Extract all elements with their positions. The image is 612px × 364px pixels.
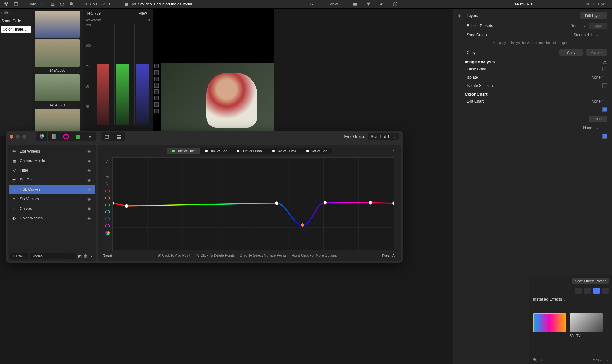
- false-color-checkbox[interactable]: [602, 67, 607, 71]
- tab-hue-vs-luma[interactable]: Hue vs Luma: [232, 148, 267, 154]
- reset-button[interactable]: Reset: [103, 254, 112, 258]
- layer-log-wheels[interactable]: ◎Log Wheels◉: [8, 146, 96, 156]
- sync-group-dropdown[interactable]: Standard 1 ⌃⌄: [573, 33, 599, 37]
- tab-sat-vs-sat[interactable]: Sat vs Sat: [301, 148, 332, 154]
- eye-icon[interactable]: ◉: [87, 206, 92, 211]
- trash-icon[interactable]: 🗑: [84, 254, 88, 259]
- viewer-checkbox[interactable]: [154, 83, 159, 88]
- search-icon[interactable]: [68, 0, 76, 8]
- eye-icon[interactable]: ◉: [87, 187, 92, 192]
- tab-sat-vs-luma[interactable]: Sat vs Luma: [267, 148, 301, 154]
- settings-icon[interactable]: ⚙: [147, 18, 150, 22]
- viewer-checkbox[interactable]: [154, 102, 159, 107]
- curve-graph[interactable]: [112, 157, 394, 251]
- edit-chart-dropdown[interactable]: None ⌃⌄: [591, 99, 607, 103]
- layer-six-vectors[interactable]: ✦Six Vectors◉: [8, 194, 96, 204]
- clip-thumbnail[interactable]: [35, 74, 80, 101]
- volume-icon[interactable]: [378, 0, 386, 8]
- blue-selector[interactable]: [105, 217, 110, 221]
- more-icon[interactable]: ⋮: [603, 33, 607, 37]
- clip-thumbnail[interactable]: [35, 39, 80, 67]
- tool-more-icon[interactable]: »: [84, 132, 96, 141]
- sync-group-dropdown[interactable]: Standard 1 ⌃⌄: [368, 133, 399, 140]
- copy-button[interactable]: Copy: [559, 49, 583, 56]
- info-icon[interactable]: i: [391, 0, 399, 8]
- effects-tab[interactable]: [584, 288, 591, 294]
- effects-tab-active[interactable]: [593, 288, 600, 294]
- hide-label[interactable]: Hide... ⌃⌄: [28, 2, 46, 6]
- view-menu[interactable]: View ⌄: [330, 2, 341, 6]
- text-tool-icon[interactable]: T: [12, 0, 20, 8]
- save-preset-button[interactable]: Save Effects Preset: [572, 278, 609, 284]
- zoom-level[interactable]: 36% ⌄: [309, 2, 320, 6]
- effects-tab[interactable]: [602, 288, 609, 294]
- checkbox[interactable]: [602, 107, 607, 112]
- app-icon[interactable]: [3, 0, 10, 8]
- orange-selector[interactable]: [105, 196, 110, 200]
- more-icon[interactable]: ⋮: [90, 254, 94, 259]
- curves-menu-icon[interactable]: ⋮: [391, 148, 396, 153]
- tool-mask-icon[interactable]: [72, 132, 84, 141]
- viewer-checkbox[interactable]: [154, 109, 159, 113]
- tab-hue-vs-sat[interactable]: Hue vs Sat: [200, 148, 232, 154]
- video-frame[interactable]: [161, 63, 274, 131]
- viewer-checkbox[interactable]: [154, 70, 159, 75]
- blend-select[interactable]: Normal ⌃⌄: [30, 253, 76, 259]
- tool-wheel-icon[interactable]: [60, 132, 72, 141]
- picker-icon[interactable]: ╲: [106, 182, 109, 186]
- layer-shuffle[interactable]: ⇄Shuffle◉: [8, 175, 96, 185]
- more-icon[interactable]: ⋮: [603, 126, 607, 130]
- range-icon[interactable]: [365, 0, 372, 8]
- viewer-checkbox[interactable]: [154, 77, 159, 81]
- close-button[interactable]: [10, 135, 13, 139]
- viewer-checkbox[interactable]: [154, 96, 159, 100]
- layer-filter[interactable]: ▽Filter◉: [8, 166, 96, 175]
- green-selector[interactable]: [105, 203, 110, 207]
- curve-icon[interactable]: ⌒: [106, 166, 110, 172]
- eye-icon[interactable]: ◉: [87, 216, 92, 220]
- eye-icon[interactable]: ◉: [87, 149, 92, 153]
- sidebar-item-selected[interactable]: Color Finale...: [1, 26, 31, 33]
- recent-presets-dropdown[interactable]: None ⌃⌄: [571, 24, 586, 28]
- magenta-selector[interactable]: [105, 224, 110, 228]
- scopes-toggle-icon[interactable]: [351, 0, 359, 8]
- effects-tab[interactable]: [575, 288, 582, 294]
- installed-effects-label[interactable]: Installed Effects ⌄: [533, 297, 608, 302]
- isolate-dropdown[interactable]: None ⌃⌄: [591, 75, 607, 80]
- mask-icon[interactable]: ◩: [78, 254, 82, 259]
- eye-icon[interactable]: ◉: [458, 13, 463, 18]
- layer-curves[interactable]: ⟋Curves◉: [8, 204, 96, 213]
- viewer-checkbox[interactable]: [154, 89, 159, 94]
- format-label[interactable]: 1080p HD 23.9...: [84, 2, 113, 6]
- scopes-view-menu[interactable]: View ⌄: [139, 11, 150, 16]
- wave-icon[interactable]: ∿: [106, 174, 109, 179]
- eye-icon[interactable]: ◉: [87, 197, 92, 201]
- effects-search[interactable]: 🔍 Search: [533, 358, 550, 362]
- dropdown[interactable]: None ⌃⌄: [583, 126, 599, 130]
- sidebar-item[interactable]: Smart Colle...: [0, 17, 32, 25]
- grid-icon[interactable]: [113, 132, 125, 141]
- eye-icon[interactable]: ◉: [87, 159, 92, 163]
- eye-icon[interactable]: ◉: [87, 178, 92, 182]
- filmstrip-icon[interactable]: [58, 0, 66, 8]
- minimize-button[interactable]: [16, 135, 20, 139]
- tab-hue-vs-hue[interactable]: Hue vs Hue: [167, 148, 200, 154]
- reset-button[interactable]: Reset: [589, 116, 607, 122]
- edit-layers-button[interactable]: Edit Layers: [580, 12, 607, 19]
- apply-button[interactable]: Apply: [589, 23, 607, 29]
- clip-thumbnail[interactable]: [35, 11, 80, 38]
- folder-icon[interactable]: [101, 132, 113, 141]
- layer-hsl-curves[interactable]: ∿HSL Curves◉: [9, 185, 95, 194]
- viewer-checkbox[interactable]: [154, 64, 159, 68]
- line-icon[interactable]: ╱: [106, 159, 109, 163]
- list-view-icon[interactable]: [49, 0, 56, 8]
- tool-rgb-icon[interactable]: [36, 132, 48, 141]
- maximize-button[interactable]: [22, 135, 26, 139]
- red-selector[interactable]: [105, 189, 110, 193]
- cyan-selector[interactable]: [105, 210, 110, 214]
- tool-gradient-icon[interactable]: [48, 132, 60, 141]
- opacity-select[interactable]: 100% ⌄: [10, 253, 28, 259]
- layer-color-wheels[interactable]: ◐Color Wheels◉: [8, 213, 96, 223]
- layer-camera-matrix[interactable]: ▦Camera Matrix◉: [8, 156, 96, 166]
- paste-button[interactable]: Paste ▾: [586, 49, 607, 56]
